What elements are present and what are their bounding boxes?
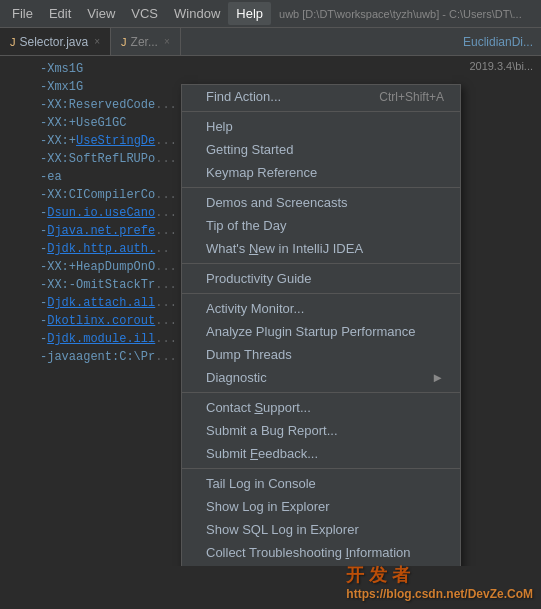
menu-submit-bug[interactable]: Submit a Bug Report... [182, 419, 460, 442]
java-file-icon: J [10, 36, 16, 48]
tab-close-zero[interactable]: × [164, 36, 170, 47]
menu-collect-troubleshooting[interactable]: Collect Troubleshooting Information [182, 541, 460, 564]
watermark-url: https://blog.csdn.net/DevZe.CoM [346, 587, 533, 601]
menu-whats-new[interactable]: What's New in IntelliJ IDEA [182, 237, 460, 260]
getting-started-label: Getting Started [206, 142, 293, 157]
separator-6 [182, 468, 460, 469]
whats-new-label: What's New in IntelliJ IDEA [206, 241, 363, 256]
menu-help[interactable]: Help [228, 2, 271, 25]
separator-4 [182, 293, 460, 294]
menu-help[interactable]: Help [182, 115, 460, 138]
menu-dump-threads[interactable]: Dump Threads [182, 343, 460, 366]
menu-show-log[interactable]: Show Log in Explorer [182, 495, 460, 518]
menu-edit[interactable]: Edit [41, 2, 79, 25]
tab-zero-label: Zer... [131, 35, 158, 49]
submit-bug-label: Submit a Bug Report... [206, 423, 338, 438]
separator-5 [182, 392, 460, 393]
menu-window[interactable]: Window [166, 2, 228, 25]
menu-activity-monitor[interactable]: Activity Monitor... [182, 297, 460, 320]
productivity-guide-label: Productivity Guide [206, 271, 312, 286]
status-path: 2019.3.4\bi... [469, 60, 533, 72]
show-log-label: Show Log in Explorer [206, 499, 330, 514]
diagnostic-submenu-arrow: ► [431, 370, 444, 385]
help-dropdown-menu: Find Action... Ctrl+Shift+A Help Getting… [181, 84, 461, 566]
tab-selector-java[interactable]: J Selector.java × [0, 28, 111, 55]
menu-vcs[interactable]: VCS [123, 2, 166, 25]
menu-file[interactable]: File [4, 2, 41, 25]
tab-close-selector[interactable]: × [94, 36, 100, 47]
menu-demos[interactable]: Demos and Screencasts [182, 191, 460, 214]
java-file-icon2: J [121, 36, 127, 48]
menu-tail-log[interactable]: Tail Log in Console [182, 472, 460, 495]
find-action-shortcut: Ctrl+Shift+A [349, 90, 444, 104]
collect-troubleshooting-label: Collect Troubleshooting Information [206, 545, 411, 560]
menu-view[interactable]: View [79, 2, 123, 25]
tab-euclidian-label: EuclidianDi... [463, 35, 533, 49]
menu-contact-support[interactable]: Contact Support... [182, 396, 460, 419]
watermark-text: 开 发 者 [346, 565, 410, 585]
title-text: uwb [D:\DT\workspace\tyzh\uwb] - C:\User… [279, 8, 522, 20]
menu-analyze-plugin[interactable]: Analyze Plugin Startup Performance [182, 320, 460, 343]
keymap-reference-label: Keymap Reference [206, 165, 317, 180]
separator-1 [182, 111, 460, 112]
menu-diagnostic[interactable]: Diagnostic ► [182, 366, 460, 389]
tab-selector-label: Selector.java [20, 35, 89, 49]
find-action-label: Find Action... [206, 89, 281, 104]
tabs-bar: J Selector.java × J Zer... × EuclidianDi… [0, 28, 541, 56]
watermark: 开 发 者 https://blog.csdn.net/DevZe.CoM [346, 563, 533, 601]
menu-tip[interactable]: Tip of the Day [182, 214, 460, 237]
diagnostic-label: Diagnostic [206, 370, 267, 385]
menu-show-sql-log[interactable]: Show SQL Log in Explorer [182, 518, 460, 541]
show-sql-log-label: Show SQL Log in Explorer [206, 522, 359, 537]
menu-find-action[interactable]: Find Action... Ctrl+Shift+A [182, 85, 460, 108]
tip-label: Tip of the Day [206, 218, 286, 233]
analyze-plugin-label: Analyze Plugin Startup Performance [206, 324, 416, 339]
editor-area: -Xms1G -Xmx1G -XX:ReservedCode... -XX:+U… [0, 56, 541, 566]
editor-line: -Xms1G [8, 60, 541, 78]
menu-submit-feedback[interactable]: Submit Feedback... [182, 442, 460, 465]
contact-support-label: Contact Support... [206, 400, 311, 415]
submit-feedback-label: Submit Feedback... [206, 446, 318, 461]
menu-keymap-reference[interactable]: Keymap Reference [182, 161, 460, 184]
dump-threads-label: Dump Threads [206, 347, 292, 362]
separator-2 [182, 187, 460, 188]
tab-euclidian[interactable]: EuclidianDi... [455, 28, 541, 55]
demos-label: Demos and Screencasts [206, 195, 348, 210]
tail-log-label: Tail Log in Console [206, 476, 316, 491]
help-label: Help [206, 119, 233, 134]
menu-productivity-guide[interactable]: Productivity Guide [182, 267, 460, 290]
separator-3 [182, 263, 460, 264]
tab-zero[interactable]: J Zer... × [111, 28, 181, 55]
dropdown-overlay: Find Action... Ctrl+Shift+A Help Getting… [0, 84, 541, 566]
menu-getting-started[interactable]: Getting Started [182, 138, 460, 161]
activity-monitor-label: Activity Monitor... [206, 301, 304, 316]
menubar: File Edit View VCS Window Help uwb [D:\D… [0, 0, 541, 28]
